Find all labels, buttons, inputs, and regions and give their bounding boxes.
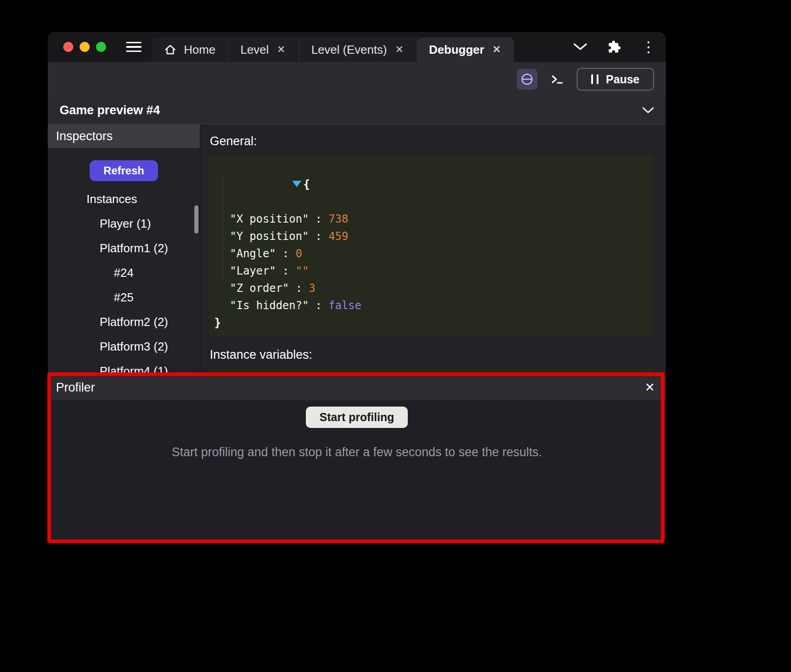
general-label: General: [210,134,653,148]
inspector-panel: General: { "X position" : 738 "Y positio… [200,124,666,374]
profiler-header: Profiler ✕ [48,375,666,400]
inspectors-header-label: Inspectors [56,129,113,143]
close-brace: } [214,316,221,329]
general-json-view: { "X position" : 738 "Y position" : 459 … [209,155,653,336]
game-preview-title: Game preview #4 [60,103,160,117]
inspectors-sidebar: Inspectors Refresh Instances Player (1) … [48,124,200,374]
pause-button[interactable]: Pause [577,68,654,91]
tab-home[interactable]: Home [152,37,228,62]
hamburger-menu-icon[interactable] [126,42,142,52]
app-window: Home Level ✕ Level (Events) ✕ Debugger ✕ [48,32,666,543]
minimize-window-button[interactable] [80,42,90,52]
pause-button-label: Pause [606,73,639,86]
home-icon [164,44,177,56]
close-icon[interactable]: ✕ [276,44,286,56]
pause-icon [591,74,598,84]
start-profiling-button[interactable]: Start profiling [306,407,408,428]
tree-item-24[interactable]: #24 [48,260,200,285]
profiler-panel: Profiler ✕ Start profiling Start profili… [48,374,666,543]
indent-guide [223,177,223,280]
collapse-arrow-icon[interactable] [292,181,301,187]
close-window-button[interactable] [63,42,73,52]
close-icon[interactable]: ✕ [644,382,655,394]
inspector-tree: Instances Player (1) Platform1 (2) #24 #… [48,187,200,374]
json-line-layer: "Layer" : "" [213,262,647,280]
debugger-content: Inspectors Refresh Instances Player (1) … [48,124,666,374]
json-line-y-position: "Y position" : 459 [213,228,647,245]
tab-label: Debugger [429,43,484,57]
tab-label: Level [240,43,269,57]
profiler-description: Start profiling and then stop it after a… [172,445,542,459]
zoom-window-button[interactable] [96,42,106,52]
console-icon [549,72,565,86]
traffic-lights [63,42,106,52]
sidebar-scrollbar[interactable] [194,205,198,234]
chevron-down-icon[interactable] [642,107,654,114]
extensions-puzzle-icon[interactable] [608,40,621,54]
json-line-angle: "Angle" : 0 [213,245,647,262]
json-line-z-order: "Z order" : 3 [213,280,647,297]
pause-circle-icon [520,72,534,86]
screen: Home Level ✕ Level (Events) ✕ Debugger ✕ [0,0,791,672]
tree-item-platform4[interactable]: Platform4 (1) [48,359,200,374]
titlebar-right-actions: ⋮ [573,32,656,62]
tree-item-instances[interactable]: Instances [48,187,200,211]
tree-item-platform1[interactable]: Platform1 (2) [48,236,200,260]
debugger-toolbar: Pause [48,62,666,97]
tab-level[interactable]: Level ✕ [228,37,299,62]
tab-debugger[interactable]: Debugger ✕ [417,37,514,62]
chevron-down-icon[interactable] [573,43,588,51]
tab-bar: Home Level ✕ Level (Events) ✕ Debugger ✕ [152,32,514,62]
tree-item-platform3[interactable]: Platform3 (2) [48,334,200,359]
tab-label: Home [184,43,215,57]
tree-item-player[interactable]: Player (1) [48,211,200,236]
tree-item-platform2[interactable]: Platform2 (2) [48,310,200,334]
close-icon[interactable]: ✕ [394,44,404,56]
open-brace: { [303,178,309,191]
tree-item-25[interactable]: #25 [48,285,200,310]
game-preview-header[interactable]: Game preview #4 [48,97,666,124]
close-icon[interactable]: ✕ [492,44,502,56]
titlebar: Home Level ✕ Level (Events) ✕ Debugger ✕ [48,32,666,62]
profiler-body: Start profiling Start profiling and then… [48,400,666,543]
console-button[interactable] [549,72,565,86]
profiler-title: Profiler [56,381,95,395]
tab-level-events[interactable]: Level (Events) ✕ [299,37,417,62]
inspectors-header: Inspectors [48,124,200,148]
json-line-x-position: "X position" : 738 [213,210,647,228]
pause-circle-button[interactable] [517,69,537,90]
instance-variables-view: {} [209,368,653,374]
tab-label: Level (Events) [311,43,387,57]
json-line-is-hidden: "Is hidden?" : false [213,297,647,314]
more-options-icon[interactable]: ⋮ [641,40,656,54]
instance-variables-label: Instance variables: [210,348,653,362]
refresh-button[interactable]: Refresh [90,160,157,181]
